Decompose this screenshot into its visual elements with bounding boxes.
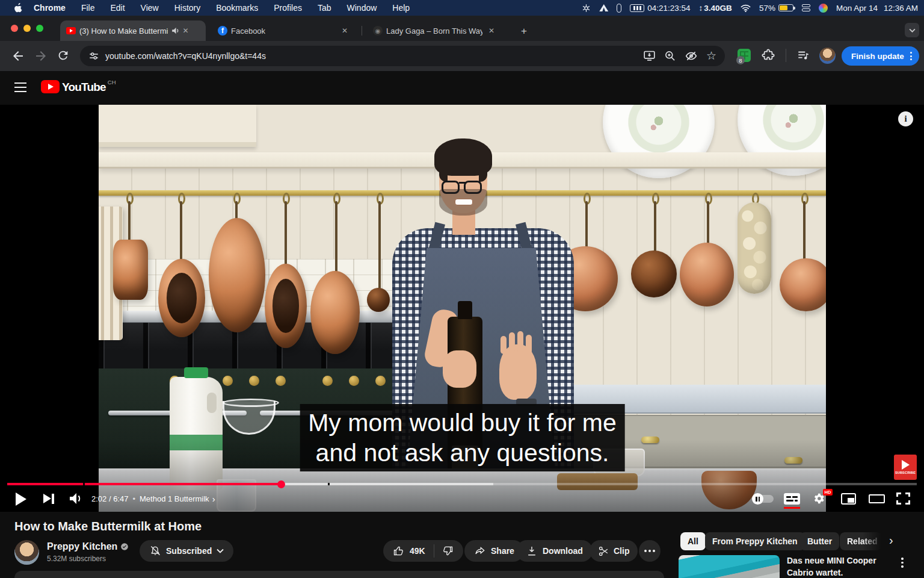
video-player[interactable]: My mom would buy it for me and not ask a…: [0, 105, 924, 512]
channel-avatar[interactable]: [14, 540, 39, 565]
subtitle-overlay: My mom would buy it for me and not ask a…: [300, 404, 625, 471]
zoom-page-icon[interactable]: [664, 50, 676, 62]
guide-menu-icon[interactable]: [14, 82, 26, 92]
tab-search-button[interactable]: [905, 23, 919, 37]
subtitles-active-underline: [784, 507, 800, 509]
menu-view[interactable]: View: [141, 3, 159, 13]
battery-status[interactable]: 57%: [759, 4, 793, 13]
youtube-favicon: [66, 27, 76, 34]
vpn-menubar-icon[interactable]: [599, 4, 608, 11]
subscribed-button[interactable]: Subscribed: [140, 540, 233, 562]
zoom-window-button[interactable]: [36, 25, 43, 32]
menu-history[interactable]: History: [174, 3, 201, 13]
volume-icon[interactable]: [69, 493, 83, 505]
chapter-chevron-icon[interactable]: ›: [212, 494, 215, 504]
window-controls: [11, 25, 43, 32]
openai-menubar-icon[interactable]: [582, 4, 591, 13]
minimize-window-button[interactable]: [23, 25, 31, 32]
menu-profiles[interactable]: Profiles: [274, 3, 302, 13]
back-icon[interactable]: [11, 49, 25, 63]
description-box[interactable]: [14, 571, 664, 578]
forward-icon[interactable]: [34, 49, 48, 63]
media-controls-icon[interactable]: [796, 49, 811, 63]
site-settings-icon[interactable]: [88, 51, 99, 61]
menubar-app-name[interactable]: Chrome: [34, 3, 66, 13]
wifi-icon[interactable]: [741, 4, 751, 12]
reload-icon[interactable]: [57, 49, 71, 63]
chip-from-channel[interactable]: From Preppy Kitchen: [705, 532, 805, 550]
subtitles-button[interactable]: [784, 493, 800, 505]
menu-window[interactable]: Window: [347, 3, 377, 13]
kitchen-cornice: [99, 105, 256, 147]
reading-mode-hidden-icon[interactable]: [685, 50, 698, 62]
time-separator: •: [132, 494, 135, 503]
menubar-clock[interactable]: 12:36 AM: [884, 4, 918, 13]
related-video-menu-icon[interactable]: [901, 558, 904, 570]
menubar-date[interactable]: Mon Apr 14: [836, 4, 878, 13]
input-switcher-icon[interactable]: [802, 4, 810, 11]
play-button[interactable]: [16, 493, 26, 506]
new-tab-button[interactable]: +: [521, 25, 527, 37]
like-button[interactable]: 49K: [383, 540, 434, 562]
address-bar[interactable]: youtube.com/watch?v=qKU4nynllgo&t=44s ☆: [80, 46, 725, 66]
related-video-title[interactable]: Das neue MINI Cooper Cabrio wartet.: [787, 555, 890, 578]
chevron-down-icon: [217, 548, 224, 553]
finish-update-button[interactable]: Finish update: [842, 46, 919, 66]
player-controls: 2:02 / 6:47 • Method 1 Buttermilk › HD: [0, 485, 924, 512]
time-display: 2:02 / 6:47: [91, 494, 128, 503]
clip-menubar-icon[interactable]: [617, 4, 621, 13]
memory-status[interactable]: ↕3.40GB: [699, 4, 732, 13]
autoplay-toggle[interactable]: [753, 495, 774, 503]
download-button[interactable]: Download: [516, 540, 593, 562]
menu-edit[interactable]: Edit: [110, 3, 125, 13]
more-actions-button[interactable]: [639, 540, 661, 562]
chip-butter[interactable]: Butter: [800, 532, 839, 550]
chrome-menu-icon[interactable]: [910, 52, 912, 60]
site-favicon: ◉: [373, 26, 383, 36]
tab-lady-gaga[interactable]: ◉ Lady Gaga – Born This Way L ✕: [367, 20, 513, 41]
chip-all[interactable]: All: [680, 532, 706, 550]
watch-page-body: How to Make Buttermilk at Home Preppy Ki…: [0, 512, 924, 578]
tab-close-icon[interactable]: ✕: [182, 26, 188, 35]
tab-close-icon[interactable]: ✕: [342, 26, 348, 35]
subscribe-watermark[interactable]: SUBSCRIBE: [894, 455, 917, 480]
fullscreen-button[interactable]: [896, 493, 910, 505]
chips-scroll-arrow[interactable]: ›: [889, 533, 893, 547]
url-text[interactable]: youtube.com/watch?v=qKU4nynllgo&t=44s: [105, 51, 266, 61]
chapter-title[interactable]: Method 1 Buttermilk: [140, 494, 209, 503]
youtube-logo[interactable]: YouTube CH: [41, 80, 116, 94]
channel-name[interactable]: Preppy Kitchen: [47, 541, 129, 552]
dislike-button[interactable]: [434, 540, 463, 562]
copper-bowl-large: [209, 218, 265, 332]
close-window-button[interactable]: [11, 25, 18, 32]
verified-badge-icon: [120, 542, 129, 551]
miniplayer-button[interactable]: [841, 493, 856, 505]
related-video-thumbnail[interactable]: [679, 555, 780, 578]
subtitle-line: and not ask any questions.: [308, 438, 617, 468]
chef-finger: [526, 335, 532, 354]
install-app-icon[interactable]: [643, 49, 656, 62]
tab-close-icon[interactable]: ✕: [488, 26, 494, 35]
menu-help[interactable]: Help: [392, 3, 410, 13]
share-button[interactable]: Share: [464, 540, 524, 562]
stove-knob: [349, 376, 359, 386]
video-info-button[interactable]: i: [898, 111, 913, 126]
bookmark-star-icon[interactable]: ☆: [706, 50, 716, 61]
menu-bookmarks[interactable]: Bookmarks: [216, 3, 258, 13]
tab-audio-icon[interactable]: [171, 27, 180, 34]
tab-facebook[interactable]: f Facebook ✕: [212, 20, 354, 41]
chip-related[interactable]: Related: [840, 532, 882, 550]
extensions-puzzle-icon[interactable]: [762, 49, 776, 63]
theater-mode-button[interactable]: [869, 494, 885, 503]
profile-orb-icon[interactable]: [819, 4, 828, 13]
chrome-profile-avatar[interactable]: [819, 48, 836, 64]
battery-percent: 57%: [759, 4, 775, 13]
apple-logo-icon[interactable]: [11, 3, 26, 13]
chrome-tabstrip: (3) How to Make Buttermi ✕ f Facebook ✕ …: [0, 16, 924, 41]
extension-green-icon[interactable]: 8: [738, 49, 751, 62]
menu-file[interactable]: File: [81, 3, 95, 13]
menu-tab[interactable]: Tab: [318, 3, 331, 13]
clip-button[interactable]: Clip: [590, 540, 638, 562]
tab-youtube[interactable]: (3) How to Make Buttermi ✕: [60, 20, 206, 41]
uptime-timer[interactable]: 04:21:23:54: [630, 4, 690, 13]
